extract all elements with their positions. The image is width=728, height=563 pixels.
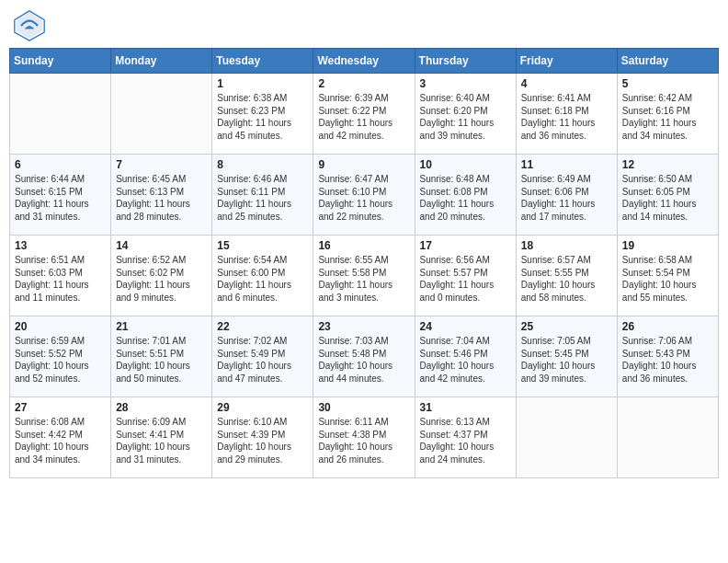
day-number: 30 (318, 401, 409, 414)
day-number: 25 (521, 320, 612, 333)
day-number: 8 (217, 158, 308, 171)
day-number: 17 (420, 239, 511, 252)
day-number: 31 (420, 401, 511, 414)
calendar-cell: 28Sunrise: 6:09 AM Sunset: 4:41 PM Dayli… (111, 397, 212, 478)
day-info: Sunrise: 7:03 AM Sunset: 5:48 PM Dayligh… (318, 335, 409, 385)
day-info: Sunrise: 6:47 AM Sunset: 6:10 PM Dayligh… (318, 173, 409, 223)
day-number: 29 (217, 401, 308, 414)
day-number: 26 (622, 320, 713, 333)
day-number: 24 (420, 320, 511, 333)
calendar-week-row: 20Sunrise: 6:59 AM Sunset: 5:52 PM Dayli… (10, 316, 719, 397)
day-number: 15 (217, 239, 308, 252)
day-info: Sunrise: 6:51 AM Sunset: 6:03 PM Dayligh… (15, 254, 106, 304)
calendar-cell (10, 74, 111, 155)
calendar-cell: 3Sunrise: 6:40 AM Sunset: 6:20 PM Daylig… (415, 74, 516, 155)
day-info: Sunrise: 7:01 AM Sunset: 5:51 PM Dayligh… (116, 335, 207, 385)
day-info: Sunrise: 7:06 AM Sunset: 5:43 PM Dayligh… (622, 335, 713, 385)
day-info: Sunrise: 6:42 AM Sunset: 6:16 PM Dayligh… (622, 92, 713, 142)
day-info: Sunrise: 6:57 AM Sunset: 5:55 PM Dayligh… (521, 254, 612, 304)
calendar-cell: 30Sunrise: 6:11 AM Sunset: 4:38 PM Dayli… (313, 397, 415, 478)
calendar-cell: 15Sunrise: 6:54 AM Sunset: 6:00 PM Dayli… (212, 236, 313, 316)
day-info: Sunrise: 6:41 AM Sunset: 6:18 PM Dayligh… (521, 92, 612, 142)
day-info: Sunrise: 6:52 AM Sunset: 6:02 PM Dayligh… (116, 254, 207, 304)
day-info: Sunrise: 7:05 AM Sunset: 5:45 PM Dayligh… (521, 335, 612, 385)
calendar-cell: 9Sunrise: 6:47 AM Sunset: 6:10 PM Daylig… (313, 155, 415, 236)
day-number: 1 (217, 77, 308, 90)
logo (13, 9, 50, 42)
day-of-week-header: Sunday (10, 49, 111, 74)
day-of-week-header: Thursday (415, 49, 516, 74)
calendar-cell: 31Sunrise: 6:13 AM Sunset: 4:37 PM Dayli… (415, 397, 516, 478)
day-info: Sunrise: 6:58 AM Sunset: 5:54 PM Dayligh… (622, 254, 713, 304)
calendar-cell: 8Sunrise: 6:46 AM Sunset: 6:11 PM Daylig… (212, 155, 313, 236)
day-of-week-header: Monday (111, 49, 212, 74)
day-info: Sunrise: 6:45 AM Sunset: 6:13 PM Dayligh… (116, 173, 207, 223)
calendar-cell: 1Sunrise: 6:38 AM Sunset: 6:23 PM Daylig… (212, 74, 313, 155)
day-number: 19 (622, 239, 713, 252)
day-info: Sunrise: 6:55 AM Sunset: 5:58 PM Dayligh… (318, 254, 409, 304)
page-header (9, 9, 719, 42)
day-info: Sunrise: 6:54 AM Sunset: 6:00 PM Dayligh… (217, 254, 308, 304)
calendar-cell: 22Sunrise: 7:02 AM Sunset: 5:49 PM Dayli… (212, 316, 313, 397)
day-info: Sunrise: 7:02 AM Sunset: 5:49 PM Dayligh… (217, 335, 308, 385)
day-info: Sunrise: 6:44 AM Sunset: 6:15 PM Dayligh… (15, 173, 106, 223)
calendar-cell: 20Sunrise: 6:59 AM Sunset: 5:52 PM Dayli… (10, 316, 111, 397)
day-info: Sunrise: 6:46 AM Sunset: 6:11 PM Dayligh… (217, 173, 308, 223)
calendar-cell: 21Sunrise: 7:01 AM Sunset: 5:51 PM Dayli… (111, 316, 212, 397)
day-number: 6 (15, 158, 106, 171)
day-number: 22 (217, 320, 308, 333)
day-number: 21 (116, 320, 207, 333)
logo-icon (13, 9, 46, 42)
day-info: Sunrise: 6:08 AM Sunset: 4:42 PM Dayligh… (15, 416, 106, 465)
day-number: 13 (15, 239, 106, 252)
day-number: 5 (622, 77, 713, 90)
calendar-cell (111, 74, 212, 155)
calendar-cell: 2Sunrise: 6:39 AM Sunset: 6:22 PM Daylig… (313, 74, 415, 155)
day-number: 12 (622, 158, 713, 171)
day-info: Sunrise: 6:11 AM Sunset: 4:38 PM Dayligh… (318, 416, 409, 465)
day-number: 27 (15, 401, 106, 414)
day-of-week-header: Wednesday (313, 49, 415, 74)
day-number: 20 (15, 320, 106, 333)
calendar-cell (617, 397, 718, 478)
calendar-week-row: 27Sunrise: 6:08 AM Sunset: 4:42 PM Dayli… (10, 397, 719, 478)
calendar-cell: 6Sunrise: 6:44 AM Sunset: 6:15 PM Daylig… (10, 155, 111, 236)
calendar-cell: 25Sunrise: 7:05 AM Sunset: 5:45 PM Dayli… (516, 316, 617, 397)
day-info: Sunrise: 7:04 AM Sunset: 5:46 PM Dayligh… (420, 335, 511, 385)
day-number: 7 (116, 158, 207, 171)
day-number: 9 (318, 158, 409, 171)
day-number: 10 (420, 158, 511, 171)
day-number: 3 (420, 77, 511, 90)
day-number: 16 (318, 239, 409, 252)
day-info: Sunrise: 6:13 AM Sunset: 4:37 PM Dayligh… (420, 416, 511, 465)
calendar-cell: 5Sunrise: 6:42 AM Sunset: 6:16 PM Daylig… (617, 74, 718, 155)
day-info: Sunrise: 6:50 AM Sunset: 6:05 PM Dayligh… (622, 173, 713, 223)
day-number: 2 (318, 77, 409, 90)
day-info: Sunrise: 6:09 AM Sunset: 4:41 PM Dayligh… (116, 416, 207, 465)
day-info: Sunrise: 6:40 AM Sunset: 6:20 PM Dayligh… (420, 92, 511, 142)
day-number: 4 (521, 77, 612, 90)
day-number: 18 (521, 239, 612, 252)
calendar-cell: 4Sunrise: 6:41 AM Sunset: 6:18 PM Daylig… (516, 74, 617, 155)
day-info: Sunrise: 6:56 AM Sunset: 5:57 PM Dayligh… (420, 254, 511, 304)
calendar-cell: 11Sunrise: 6:49 AM Sunset: 6:06 PM Dayli… (516, 155, 617, 236)
calendar-cell: 29Sunrise: 6:10 AM Sunset: 4:39 PM Dayli… (212, 397, 313, 478)
calendar-cell: 18Sunrise: 6:57 AM Sunset: 5:55 PM Dayli… (516, 236, 617, 316)
day-info: Sunrise: 6:59 AM Sunset: 5:52 PM Dayligh… (15, 335, 106, 385)
day-info: Sunrise: 6:39 AM Sunset: 6:22 PM Dayligh… (318, 92, 409, 142)
calendar-cell: 23Sunrise: 7:03 AM Sunset: 5:48 PM Dayli… (313, 316, 415, 397)
day-info: Sunrise: 6:48 AM Sunset: 6:08 PM Dayligh… (420, 173, 511, 223)
calendar-cell: 12Sunrise: 6:50 AM Sunset: 6:05 PM Dayli… (617, 155, 718, 236)
calendar-cell: 10Sunrise: 6:48 AM Sunset: 6:08 PM Dayli… (415, 155, 516, 236)
calendar-cell: 17Sunrise: 6:56 AM Sunset: 5:57 PM Dayli… (415, 236, 516, 316)
calendar-week-row: 1Sunrise: 6:38 AM Sunset: 6:23 PM Daylig… (10, 74, 719, 155)
calendar-cell: 19Sunrise: 6:58 AM Sunset: 5:54 PM Dayli… (617, 236, 718, 316)
day-of-week-header: Friday (516, 49, 617, 74)
calendar-cell: 24Sunrise: 7:04 AM Sunset: 5:46 PM Dayli… (415, 316, 516, 397)
day-info: Sunrise: 6:49 AM Sunset: 6:06 PM Dayligh… (521, 173, 612, 223)
day-number: 28 (116, 401, 207, 414)
calendar-cell: 14Sunrise: 6:52 AM Sunset: 6:02 PM Dayli… (111, 236, 212, 316)
day-of-week-header: Tuesday (212, 49, 313, 74)
day-info: Sunrise: 6:38 AM Sunset: 6:23 PM Dayligh… (217, 92, 308, 142)
calendar-cell: 13Sunrise: 6:51 AM Sunset: 6:03 PM Dayli… (10, 236, 111, 316)
